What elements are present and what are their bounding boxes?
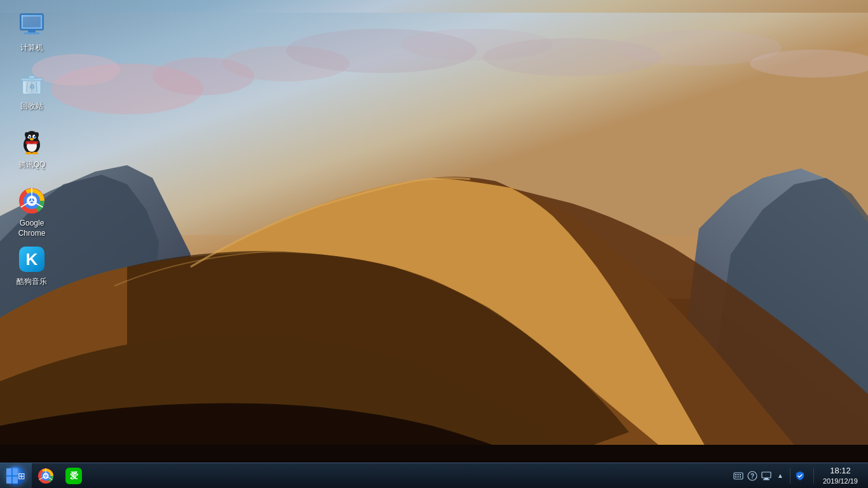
svg-text:♻: ♻ (29, 83, 35, 90)
svg-rect-20 (28, 30, 36, 32)
desktop-icon-computer[interactable]: 计算机 (6, 6, 57, 64)
taskbar-apps: 爱 (32, 463, 729, 489)
svg-rect-72 (762, 472, 771, 478)
taskbar-app-chrome[interactable] (32, 463, 60, 489)
svg-text:K: K (26, 250, 38, 269)
win-pane-2 (13, 468, 18, 475)
svg-point-41 (25, 152, 32, 154)
svg-point-42 (32, 152, 38, 154)
desktop-icon-recycle[interactable]: ♻ 回收站 (6, 65, 57, 122)
computer-icon (18, 11, 46, 39)
desktop-wallpaper (0, 0, 868, 488)
svg-point-44 (35, 132, 39, 137)
win-pane-4 (13, 477, 18, 484)
desktop: 计算机 ♻ (0, 0, 868, 488)
clock-time: 18:12 (830, 466, 851, 477)
svg-rect-69 (740, 476, 741, 477)
svg-rect-29 (29, 76, 35, 79)
qq-label: 腾讯QQ (18, 160, 46, 170)
svg-point-37 (34, 136, 36, 138)
svg-rect-21 (24, 32, 39, 34)
recycle-label: 回收站 (20, 102, 43, 112)
clock-separator (813, 468, 814, 484)
kuwo-label: 酷狗音乐 (17, 277, 47, 287)
svg-rect-63 (734, 473, 743, 479)
svg-point-36 (29, 136, 31, 138)
svg-text:?: ? (750, 473, 754, 480)
iqiyi-icon: 爱 (65, 468, 82, 484)
computer-label: 计算机 (20, 43, 43, 53)
desktop-icon-kuwo[interactable]: K 酷狗音乐 (6, 240, 57, 297)
taskbar-app-iqiyi[interactable]: 爱 (60, 463, 88, 489)
svg-rect-74 (763, 479, 770, 480)
tray-separator (790, 468, 790, 484)
taskbar-right: ? ▲ (729, 463, 868, 489)
svg-rect-45 (25, 141, 38, 144)
system-tray: ? ▲ (729, 468, 810, 484)
keyboard-tray-icon[interactable] (733, 470, 744, 482)
svg-point-39 (34, 136, 35, 137)
svg-point-43 (25, 132, 29, 137)
recycle-icon: ♻ (18, 70, 46, 98)
qq-icon (18, 128, 46, 156)
svg-point-40 (30, 138, 34, 140)
clock-date: 2019/12/19 (823, 477, 858, 485)
svg-rect-22 (23, 17, 41, 27)
taskbar: 爱 (0, 463, 868, 488)
chrome-icon (18, 187, 46, 215)
windows-logo-icon (6, 468, 18, 484)
clock-area[interactable]: 18:12 2019/12/19 (818, 466, 863, 485)
desktop-icon-qq[interactable]: 腾讯QQ (6, 123, 57, 180)
svg-rect-67 (735, 476, 736, 477)
show-hidden-icons-button[interactable]: ▲ (775, 470, 786, 482)
svg-rect-73 (764, 478, 768, 479)
svg-rect-66 (740, 474, 741, 475)
display-tray-icon[interactable] (761, 470, 772, 482)
desktop-icon-chrome[interactable]: Google Chrome (6, 182, 57, 239)
security-tray-icon[interactable] (794, 470, 806, 482)
chrome-label: Google Chrome (6, 219, 57, 238)
win-pane-3 (6, 477, 11, 484)
svg-rect-65 (737, 474, 738, 475)
start-orb (6, 466, 25, 485)
help-tray-icon[interactable]: ? (747, 470, 758, 482)
svg-point-38 (29, 136, 30, 137)
svg-rect-64 (735, 474, 736, 475)
kuwo-icon: K (18, 245, 46, 273)
svg-rect-68 (737, 476, 738, 477)
desktop-icons-container: 计算机 ♻ (6, 6, 57, 299)
start-button[interactable] (0, 463, 32, 489)
win-pane-1 (6, 468, 11, 475)
